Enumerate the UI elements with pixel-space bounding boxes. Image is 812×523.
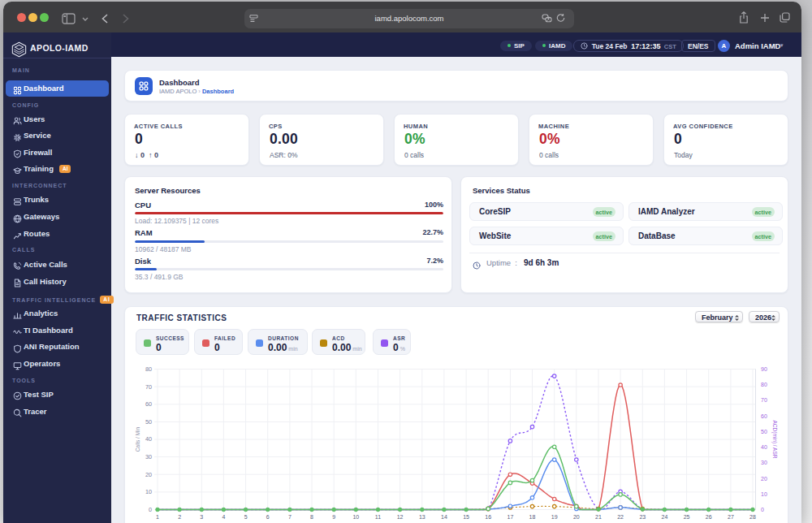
svg-text:6: 6 (266, 514, 270, 520)
svg-text:27: 27 (728, 514, 734, 520)
svg-text:90: 90 (761, 366, 767, 372)
svg-text:20: 20 (761, 476, 767, 482)
svg-text:18: 18 (529, 514, 536, 520)
svg-text:3: 3 (200, 514, 203, 520)
svg-text:16: 16 (485, 514, 491, 520)
svg-text:30: 30 (761, 460, 767, 465)
svg-text:40: 40 (761, 444, 767, 450)
svg-text:60: 60 (145, 400, 152, 408)
svg-text:70: 70 (761, 397, 767, 403)
svg-text:70: 70 (145, 383, 152, 391)
svg-text:10: 10 (761, 491, 767, 497)
svg-text:50: 50 (145, 418, 152, 426)
svg-text:2: 2 (178, 514, 181, 520)
svg-text:80: 80 (761, 382, 767, 387)
svg-text:10: 10 (145, 488, 152, 495)
svg-text:0: 0 (761, 507, 764, 512)
svg-text:Calls / Min: Calls / Min (135, 426, 140, 452)
svg-text:15: 15 (463, 514, 469, 520)
svg-text:11: 11 (375, 514, 381, 520)
svg-text:10: 10 (352, 514, 359, 520)
svg-text:0: 0 (149, 506, 152, 513)
svg-text:50: 50 (761, 429, 767, 434)
svg-text:5: 5 (244, 514, 248, 520)
svg-text:80: 80 (145, 365, 152, 373)
svg-text:20: 20 (573, 514, 580, 520)
svg-text:9: 9 (332, 514, 335, 520)
svg-text:4: 4 (222, 514, 225, 520)
svg-text:1: 1 (156, 514, 159, 520)
svg-text:21: 21 (595, 514, 602, 520)
svg-text:40: 40 (145, 435, 152, 443)
svg-text:22: 22 (617, 514, 624, 520)
svg-text:60: 60 (761, 413, 767, 419)
svg-text:23: 23 (639, 514, 646, 520)
svg-text:26: 26 (706, 514, 712, 520)
svg-text:25: 25 (684, 514, 690, 520)
svg-text:12: 12 (397, 514, 404, 520)
svg-text:14: 14 (441, 514, 447, 520)
svg-text:13: 13 (419, 514, 425, 520)
svg-text:24: 24 (662, 514, 668, 520)
svg-text:17: 17 (508, 514, 514, 520)
svg-text:20: 20 (145, 471, 152, 478)
svg-text:ACD(min) / ASR: ACD(min) / ASR (771, 421, 778, 459)
svg-text:7: 7 (288, 514, 292, 520)
svg-text:19: 19 (551, 514, 558, 520)
svg-text:30: 30 (145, 453, 152, 460)
svg-text:8: 8 (310, 514, 313, 520)
svg-text:28: 28 (749, 514, 756, 520)
